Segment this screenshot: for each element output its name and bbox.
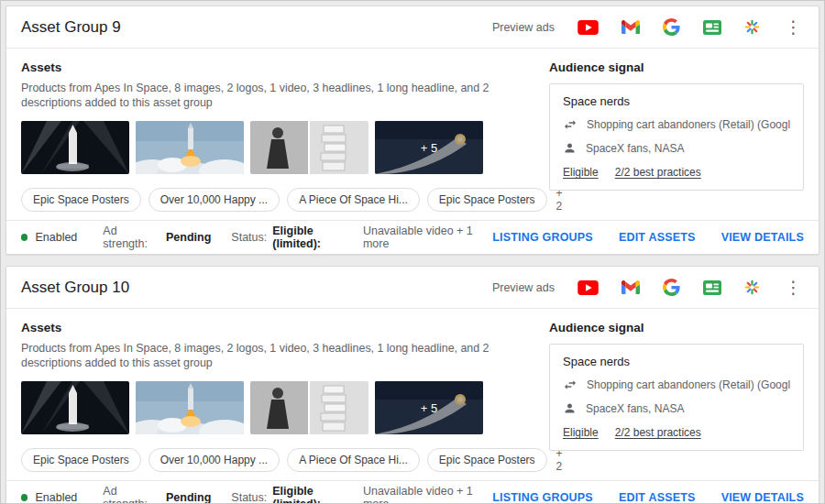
discover-icon[interactable]: [744, 279, 760, 295]
edit-assets-button[interactable]: EDIT ASSETS: [619, 231, 696, 244]
thumbnail-dusk-launch-more[interactable]: + 5: [375, 121, 483, 174]
thumbnail-night-launch[interactable]: [21, 121, 129, 174]
listing-groups-button[interactable]: LISTING GROUPS: [492, 231, 593, 244]
audience-signal-box: Space nerds Shopping cart abandoners (Re…: [549, 83, 804, 191]
asset-chip: A Piece Of Space Hi...: [287, 448, 420, 472]
people-icon: [563, 141, 577, 155]
thumbnail-dusk-launch-more[interactable]: + 5: [375, 381, 483, 434]
audience-signal-box: Space nerds Shopping cart abandoners (Re…: [549, 344, 804, 451]
enabled-status-dot: [21, 234, 28, 241]
thumbnail-collage[interactable]: [250, 381, 368, 434]
assets-heading: Assets: [21, 321, 516, 334]
thumbnail-night-launch[interactable]: [21, 381, 129, 434]
audience-segment-row: Shopping cart abandoners (Retail) (Googl…: [563, 378, 790, 392]
enabled-status-dot: [21, 494, 28, 501]
asset-group-title: Asset Group 10: [21, 279, 129, 297]
ad-strength-label: Ad strength:: [103, 485, 160, 504]
more-images-overlay: + 5: [421, 140, 437, 154]
status-label: Status:: [231, 491, 267, 504]
enabled-status-label[interactable]: Enabled: [35, 491, 77, 504]
audience-signal-heading: Audience signal: [549, 60, 804, 74]
audience-segment-label: SpaceX fans, NASA: [586, 402, 684, 415]
asset-chip: Epic Space Posters: [21, 448, 141, 472]
asset-group-title: Asset Group 9: [21, 18, 121, 37]
retargeting-icon: [563, 117, 578, 132]
asset-chip: Over 10,000 Happy ...: [148, 188, 280, 212]
thumbnail-collage[interactable]: [250, 121, 368, 174]
gmail-icon[interactable]: [622, 280, 640, 294]
youtube-icon[interactable]: [578, 280, 599, 295]
best-practices-link[interactable]: 2/2 best practices: [615, 166, 701, 179]
asset-chip: A Piece Of Space Hi...: [287, 188, 420, 212]
audience-signal-heading: Audience signal: [549, 321, 804, 334]
audience-segment-label: Shopping cart abandoners (Retail) (Googl…: [587, 378, 790, 391]
asset-group-card: Asset Group 9 Preview ads ⋮ Assets Prod: [6, 5, 820, 255]
google-icon[interactable]: [663, 279, 680, 296]
status-detail: Unavailable video + 1 more: [363, 225, 492, 250]
asset-chip: Epic Space Posters: [21, 188, 141, 212]
audience-segment-label: SpaceX fans, NASA: [586, 142, 684, 155]
asset-group-card: Asset Group 10 Preview ads ⋮ Assets Pro: [6, 266, 820, 504]
more-images-overlay: + 5: [421, 400, 437, 414]
audience-segment-row: SpaceX fans, NASA: [563, 401, 790, 415]
assets-heading: Assets: [21, 60, 516, 74]
asset-group-footer: Enabled Ad strength: Pending Status: Eli…: [6, 480, 819, 504]
youtube-icon[interactable]: [578, 20, 599, 35]
best-practices-link[interactable]: 2/2 best practices: [615, 426, 701, 439]
asset-thumbnails: + 5: [21, 121, 516, 174]
status-detail: Unavailable video + 1 more: [363, 485, 492, 504]
eligible-link[interactable]: Eligible: [563, 426, 599, 439]
enabled-status-label[interactable]: Enabled: [35, 231, 77, 244]
edit-assets-button[interactable]: EDIT ASSETS: [619, 491, 696, 504]
discover-icon[interactable]: [744, 19, 760, 35]
ad-strength-label: Ad strength:: [103, 225, 160, 250]
retargeting-icon: [563, 378, 578, 392]
kebab-menu-icon[interactable]: ⋮: [783, 279, 804, 296]
asset-thumbnails: + 5: [21, 381, 516, 434]
ad-strength-value: Pending: [166, 231, 211, 244]
audience-segment-row: SpaceX fans, NASA: [563, 141, 790, 155]
gmail-icon[interactable]: [622, 20, 640, 34]
asset-chips: Epic Space Posters Over 10,000 Happy ...…: [21, 187, 516, 213]
status-value: Eligible (limited):: [272, 225, 358, 250]
thumbnail-day-launch[interactable]: [136, 121, 244, 174]
status-value: Eligible (limited):: [272, 485, 358, 504]
google-icon[interactable]: [663, 18, 680, 36]
audience-segment-label: Shopping cart abandoners (Retail) (Googl…: [587, 118, 790, 131]
audience-segment-row: Shopping cart abandoners (Retail) (Googl…: [563, 117, 790, 132]
audience-name: Space nerds: [563, 94, 790, 108]
eligible-link[interactable]: Eligible: [563, 166, 599, 179]
asset-group-header: Asset Group 10 Preview ads ⋮: [6, 267, 819, 309]
listing-groups-button[interactable]: LISTING GROUPS: [492, 491, 593, 504]
people-icon: [563, 401, 577, 415]
display-icon[interactable]: [703, 280, 721, 295]
preview-ads-label: Preview ads: [492, 281, 555, 294]
preview-ads-label: Preview ads: [492, 21, 555, 34]
audience-name: Space nerds: [563, 355, 790, 368]
asset-chips: Epic Space Posters Over 10,000 Happy ...…: [21, 447, 516, 473]
asset-group-footer: Enabled Ad strength: Pending Status: Eli…: [6, 220, 819, 254]
assets-description: Products from Apes In Space, 8 images, 2…: [21, 341, 514, 371]
thumbnail-day-launch[interactable]: [136, 381, 244, 434]
view-details-button[interactable]: VIEW DETAILS: [721, 491, 804, 504]
kebab-menu-icon[interactable]: ⋮: [783, 18, 804, 36]
status-label: Status:: [231, 231, 267, 244]
view-details-button[interactable]: VIEW DETAILS: [721, 231, 804, 244]
asset-group-header: Asset Group 9 Preview ads ⋮: [6, 6, 819, 49]
ad-strength-value: Pending: [166, 491, 211, 504]
display-icon[interactable]: [703, 20, 721, 35]
asset-chip: Over 10,000 Happy ...: [148, 448, 280, 472]
assets-description: Products from Apes In Space, 8 images, 2…: [21, 81, 514, 111]
